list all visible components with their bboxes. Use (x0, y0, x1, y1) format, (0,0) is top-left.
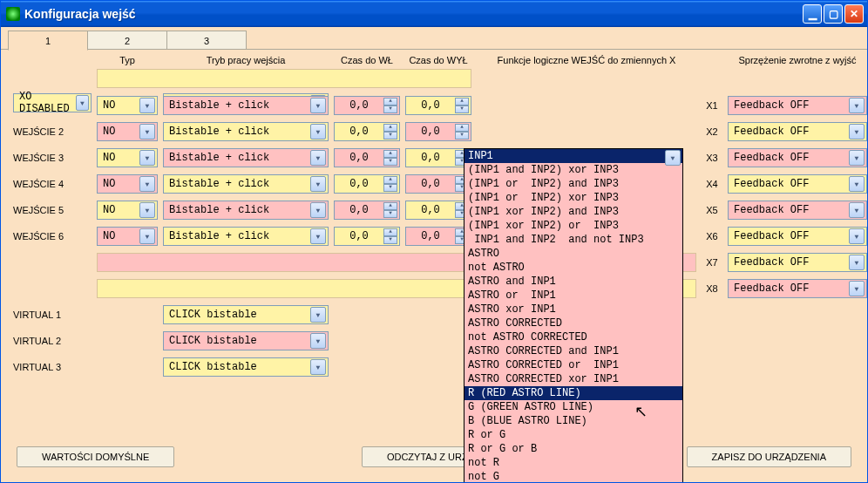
window-title: Konfiguracja wejść (24, 7, 803, 21)
czas-wyl-spin[interactable]: 0,0 ▲▼ (405, 122, 471, 141)
tryb-select[interactable]: Bistable + click ▼ (163, 148, 329, 167)
row-x0: XO DISABLED ▼ X0 Feedback OFF ▼ (13, 69, 858, 90)
spin-up-icon[interactable]: ▲ (383, 124, 397, 132)
spin-down-icon[interactable]: ▼ (383, 184, 397, 192)
chevron-down-icon: ▼ (849, 228, 865, 244)
dropdown-option[interactable]: (INP1 and INP2) xor INP3 (465, 163, 682, 177)
func-select-x0[interactable]: XO DISABLED ▼ (13, 93, 92, 112)
feedback-select-x8[interactable]: Feedback OFF ▼ (728, 279, 867, 298)
tab-3[interactable]: 3 (166, 31, 247, 50)
spin-down-icon[interactable]: ▼ (455, 105, 469, 113)
chevron-down-icon: ▼ (310, 150, 326, 166)
feedback-select[interactable]: Feedback OFF ▼ (728, 122, 867, 141)
maximize-button[interactable]: ▢ (824, 4, 843, 24)
tryb-select[interactable]: Bistable + click ▼ (163, 174, 329, 194)
czas-wl-spin[interactable]: 0,0 ▲▼ (334, 122, 400, 141)
defaults-button[interactable]: WARTOŚCI DOMYŚLNE (17, 446, 174, 467)
spin-down-icon[interactable]: ▼ (383, 132, 397, 139)
input-label: WEJŚCIE 3 (13, 153, 92, 163)
dropdown-option[interactable]: B (BLUE ASTRO LINE) (465, 414, 682, 428)
dropdown-option[interactable]: ASTRO or INP1 (465, 289, 682, 303)
spin-up-icon[interactable]: ▲ (455, 124, 469, 132)
czas-wl-spin[interactable]: 0,0 ▲▼ (334, 148, 400, 167)
czas-wl-spin[interactable]: 0,0 ▲▼ (334, 201, 400, 220)
feedback-select[interactable]: Feedback OFF ▼ (728, 96, 867, 115)
spin-down-icon[interactable]: ▼ (383, 158, 397, 166)
typ-select[interactable]: NO ▼ (97, 148, 158, 167)
dropdown-option[interactable]: (INP1 or INP2) xor INP3 (465, 191, 682, 205)
func-dropdown-open[interactable]: INP1 ▼ (INP1 and INP2) xor INP3(INP1 or … (464, 148, 683, 483)
minimize-button[interactable]: ▁ (803, 4, 822, 24)
spin-up-icon[interactable]: ▲ (383, 202, 397, 210)
spin-up-icon[interactable]: ▲ (383, 150, 397, 158)
spin-up-icon[interactable]: ▲ (383, 98, 397, 105)
czas-wyl-spin[interactable]: 0,0 ▲▼ (405, 96, 471, 115)
feedback-select[interactable]: Feedback OFF ▼ (728, 201, 867, 220)
dropdown-option[interactable]: ASTRO CORRECTED (465, 316, 682, 330)
write-button[interactable]: ZAPISZ DO URZĄDZENIA (687, 446, 851, 467)
tryb-select[interactable]: Bistable + click ▼ (163, 122, 329, 141)
czas-wyl-spin[interactable]: 0,0 ▲▼ (405, 148, 471, 167)
czas-wyl-spin[interactable]: 0,0 ▲▼ (405, 227, 471, 246)
tab-1[interactable]: 1 (8, 31, 88, 51)
dropdown-option[interactable]: (INP1 xor INP2) or INP3 (465, 219, 682, 233)
dropdown-option[interactable]: R or G or B (465, 442, 682, 456)
column-headers: Typ Tryb pracy wejścia Czas do WŁ Czas d… (13, 55, 858, 65)
tryb-select[interactable]: Bistable + click ▼ (163, 227, 329, 246)
footer-buttons: WARTOŚCI DOMYŚLNE ODCZYTAJ Z URZĄ ZAPISZ… (17, 446, 851, 467)
typ-select[interactable]: NO ▼ (97, 122, 158, 141)
virtual-tryb-select[interactable]: CLICK bistable ▼ (163, 305, 329, 324)
typ-select[interactable]: NO ▼ (97, 174, 158, 194)
tab-2[interactable]: 2 (87, 31, 167, 50)
dropdown-option[interactable]: ASTRO (465, 247, 682, 261)
x-label: X4 (702, 179, 722, 189)
feedback-select[interactable]: Feedback OFF ▼ (728, 227, 867, 246)
czas-wyl-spin[interactable]: 0,0 ▲▼ (405, 174, 471, 194)
dropdown-option[interactable]: R (RED ASTRO LINE) (465, 386, 682, 400)
tryb-select[interactable]: Bistable + click ▼ (163, 96, 329, 115)
virtual-tryb-select[interactable]: CLICK bistable ▼ (163, 357, 329, 377)
typ-select[interactable]: NO ▼ (97, 96, 158, 115)
close-button[interactable]: ✕ (844, 4, 864, 24)
feedback-select-x7[interactable]: Feedback OFF ▼ (728, 253, 867, 272)
spin-down-icon[interactable]: ▼ (383, 105, 397, 113)
feedback-select[interactable]: Feedback OFF ▼ (728, 148, 867, 167)
czas-wl-spin[interactable]: 0,0 ▲▼ (334, 96, 400, 115)
dropdown-option[interactable]: G (GREEN ASTRO LINE) (465, 400, 682, 414)
typ-select[interactable]: NO ▼ (97, 201, 158, 220)
virtual-tryb-select[interactable]: CLICK bistable ▼ (163, 331, 329, 350)
typ-select[interactable]: NO ▼ (97, 227, 158, 246)
dropdown-option[interactable]: not R (465, 456, 682, 470)
feedback-select[interactable]: Feedback OFF ▼ (728, 174, 867, 194)
virtual-row: VIRTUAL 2 CLICK bistable ▼ (13, 330, 858, 351)
spin-up-icon[interactable]: ▲ (455, 98, 469, 105)
dropdown-option[interactable]: (INP1 xor INP2) and INP3 (465, 205, 682, 219)
dropdown-option[interactable]: ASTRO and INP1 (465, 275, 682, 289)
dropdown-option[interactable]: ASTRO CORRECTED and INP1 (465, 344, 682, 358)
x-label: X2 (702, 126, 722, 137)
tryb-select[interactable]: Bistable + click ▼ (163, 201, 329, 220)
dropdown-option[interactable]: ASTRO xor INP1 (465, 303, 682, 316)
spin-down-icon[interactable]: ▼ (455, 132, 469, 139)
spin-up-icon[interactable]: ▲ (383, 228, 397, 236)
dropdown-option[interactable]: R or G (465, 428, 682, 442)
czas-wyl-spin[interactable]: 0,0 ▲▼ (405, 201, 471, 220)
spin-down-icon[interactable]: ▼ (383, 210, 397, 218)
chevron-down-icon: ▼ (849, 281, 865, 296)
dropdown-option[interactable]: ASTRO CORRECTED xor INP1 (465, 372, 682, 386)
dropdown-selected[interactable]: INP1 ▼ (465, 149, 682, 163)
chevron-down-icon: ▼ (139, 150, 155, 166)
czas-wl-spin[interactable]: 0,0 ▲▼ (334, 174, 400, 194)
dropdown-option[interactable]: not ASTRO CORRECTED (465, 330, 682, 344)
x-label: X6 (702, 231, 722, 242)
dropdown-option[interactable]: (INP1 or INP2) and INP3 (465, 177, 682, 191)
chevron-down-icon: ▼ (849, 124, 865, 139)
dropdown-option[interactable]: not ASTRO (465, 261, 682, 275)
client-area: 1 2 3 Typ Tryb pracy wejścia Czas do WŁ … (1, 27, 867, 482)
spin-down-icon[interactable]: ▼ (383, 236, 397, 244)
czas-wl-spin[interactable]: 0,0 ▲▼ (334, 227, 400, 246)
spin-up-icon[interactable]: ▲ (383, 176, 397, 184)
dropdown-option[interactable]: INP1 and INP2 and not INP3 (465, 233, 682, 247)
dropdown-option[interactable]: not G (465, 470, 682, 483)
dropdown-option[interactable]: ASTRO CORRECTED or INP1 (465, 358, 682, 372)
